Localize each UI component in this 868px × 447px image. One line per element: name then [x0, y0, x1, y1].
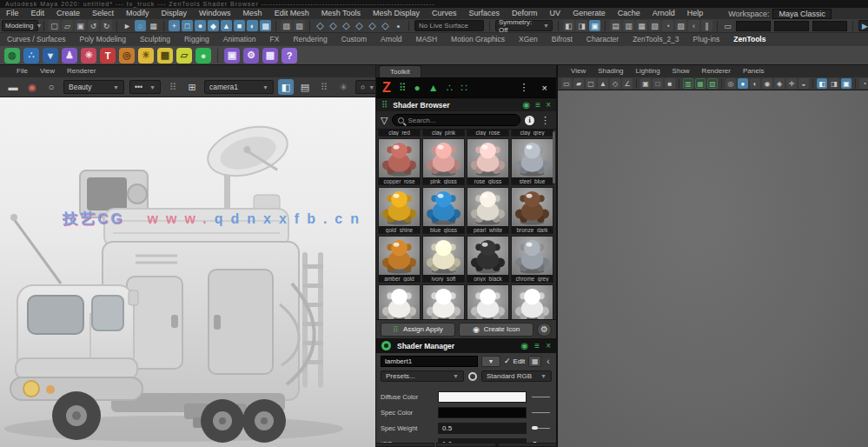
shaded-icon[interactable]: ● [738, 78, 748, 89]
render-settings-icon[interactable]: ▦ [636, 20, 647, 31]
shelf-tab-arnold[interactable]: Arnold [374, 33, 409, 46]
textured-icon[interactable]: ◐ [750, 78, 760, 89]
workspace-selector[interactable]: Workspace: Maya Classic [728, 8, 832, 19]
viewport-menu-show[interactable]: Show [666, 67, 696, 75]
magnet-grid-icon[interactable]: ◇ [315, 20, 326, 31]
shelf-tab-xgen[interactable]: XGen [512, 33, 545, 46]
lock-selection-icon[interactable]: ▧ [281, 20, 292, 31]
material-swatch-rose_gloss[interactable]: rose_gloss [467, 138, 509, 185]
swatch-grid-icon[interactable]: ⠿ [399, 82, 407, 94]
cone-preview-icon[interactable]: ▲ [428, 82, 439, 94]
material-swatch-bronze_dark[interactable]: bronze_dark [511, 187, 553, 234]
isolate-icon[interactable]: ◧ [278, 79, 294, 95]
pause-icon[interactable]: ∥ [701, 20, 712, 31]
film-gate-icon[interactable]: ■ [665, 78, 675, 89]
highlight-icon[interactable]: ▨ [294, 20, 305, 31]
snap-grid-icon[interactable]: ◆ [208, 20, 219, 31]
snap-view-icon[interactable]: ▩ [260, 20, 271, 31]
menu-windows[interactable]: Windows [193, 8, 237, 19]
settings-gear-button[interactable]: ⚙ [537, 323, 552, 337]
attribute-slider[interactable] [532, 423, 552, 434]
magnet-more-icon[interactable]: • [393, 20, 404, 31]
knot-tool-icon[interactable]: ◎ [119, 48, 135, 63]
shelf-tab-plug-ins[interactable]: Plug-ins [686, 33, 727, 46]
folder-tool-icon[interactable]: ▱ [176, 48, 192, 63]
wireframe-icon[interactable]: ◎ [726, 78, 736, 89]
bookmark-icon[interactable]: ▲ [598, 78, 608, 89]
menu-edit-mesh[interactable]: Edit Mesh [268, 8, 315, 19]
record-icon[interactable]: ◉ [24, 79, 40, 95]
shelf-tab-mash[interactable]: MASH [409, 33, 445, 46]
ball-tool-icon[interactable]: ● [195, 48, 211, 63]
snap-plane-icon[interactable]: ◐ [247, 20, 258, 31]
isolate-select-icon[interactable]: ◧ [817, 78, 827, 89]
snap-point-icon[interactable]: ■ [234, 20, 245, 31]
grid-scrollbar[interactable] [553, 131, 555, 183]
material-swatch-pearl_white[interactable]: pearl_white [467, 187, 509, 234]
colorspace-select[interactable]: Standard RGB▼ [481, 370, 552, 382]
menu-surfaces[interactable]: Surfaces [463, 8, 507, 19]
browser-target-icon[interactable]: ◉ [523, 100, 531, 110]
menu-display[interactable]: Display [156, 8, 194, 19]
shader-name-input[interactable] [381, 356, 478, 367]
menu-deform[interactable]: Deform [506, 8, 544, 19]
launch-render-icon[interactable]: ▨ [675, 20, 686, 31]
field-chart-icon[interactable]: ▦ [695, 78, 706, 89]
panel-menu-icon[interactable]: ⋮ [517, 82, 532, 93]
shelf-tab-motion-graphics[interactable]: Motion Graphics [444, 33, 512, 46]
lights-icon[interactable]: ◉ [762, 78, 772, 89]
open-scene-icon[interactable]: ▱ [62, 20, 73, 31]
material-swatch-clay_red[interactable]: clay_red [378, 129, 421, 137]
crop-region-icon[interactable]: ⊞ [184, 79, 200, 95]
live-surface-field[interactable]: No Live Surface [414, 20, 484, 31]
attribute-slider[interactable] [532, 391, 552, 403]
render-time-icon[interactable]: ◔ [662, 20, 673, 31]
shelf-tab-zentools[interactable]: ZenTools [726, 33, 772, 46]
camera-lock-icon[interactable]: ▤ [297, 79, 313, 95]
edit-checkbox[interactable]: ✓ Edit [504, 357, 525, 365]
magnet-curve-icon[interactable]: ◇ [328, 20, 339, 31]
collapse-arrow-icon[interactable]: ‹ [545, 357, 551, 366]
panel-right-icon[interactable]: ◨ [576, 20, 587, 31]
motion-blur-icon[interactable]: ◒ [798, 78, 809, 89]
paint-select-icon[interactable]: ▦ [148, 20, 159, 31]
exposure-icon[interactable]: ◔ [859, 78, 868, 89]
shelf-tab-rigging[interactable]: Rigging [177, 33, 216, 46]
shader-dropdown-button[interactable]: ▼ [481, 356, 500, 367]
tab-toolkit[interactable]: Toolkit [379, 65, 421, 77]
viewport-menu-renderer[interactable]: Renderer [696, 67, 737, 75]
swatch-editor-icon[interactable]: ▦ [528, 356, 541, 367]
redo-icon[interactable]: ↻ [101, 20, 112, 31]
browser-close-icon[interactable]: × [546, 100, 551, 110]
import-tool-icon[interactable]: ▼ [43, 48, 58, 63]
material-swatch-amber_gold[interactable]: amber_gold [378, 236, 421, 283]
ipr-render-icon[interactable]: ▥ [623, 20, 634, 31]
shadows-icon[interactable]: ◈ [774, 78, 785, 89]
grid-toggle-icon[interactable]: □ [653, 78, 663, 89]
camera-attrs-icon[interactable]: ▢ [586, 78, 596, 89]
presets-select[interactable]: Presets...▼ [381, 370, 464, 382]
menu-mesh[interactable]: Mesh [237, 8, 268, 19]
material-swatch-clay_grey[interactable]: clay_grey [511, 129, 553, 137]
menu-uv[interactable]: UV [544, 8, 567, 19]
dots-icon[interactable]: ⠿ [165, 79, 181, 95]
arnold-icon[interactable]: ‹ [688, 20, 699, 31]
renderview-menu-file[interactable]: File [10, 67, 34, 75]
menu-modify[interactable]: Modify [120, 8, 156, 19]
text-tool-icon[interactable]: T [100, 48, 116, 63]
manager-close-icon[interactable]: × [546, 341, 551, 350]
snapshot-icon[interactable]: ▬ [5, 79, 21, 95]
select-object-icon[interactable]: □ [182, 20, 193, 31]
color-swatch[interactable] [438, 407, 527, 418]
material-swatch-clay_pink[interactable]: clay_pink [422, 129, 465, 137]
shelf-tab-custom[interactable]: Custom [335, 33, 374, 46]
coordinate-y-field[interactable] [774, 21, 809, 31]
menu-help[interactable]: Help [681, 8, 710, 19]
sphere-preview-icon[interactable]: ● [414, 82, 421, 94]
select-component-icon[interactable]: ● [195, 20, 206, 31]
aov-select[interactable]: Beauty▼ [63, 80, 124, 94]
shelf-tab-poly-modeling[interactable]: Poly Modeling [73, 33, 133, 46]
magnet-live-icon[interactable]: ◇ [380, 20, 391, 31]
grid-overlay-icon[interactable]: ⠿ [316, 79, 332, 95]
region-icon[interactable]: ○ [43, 79, 59, 95]
